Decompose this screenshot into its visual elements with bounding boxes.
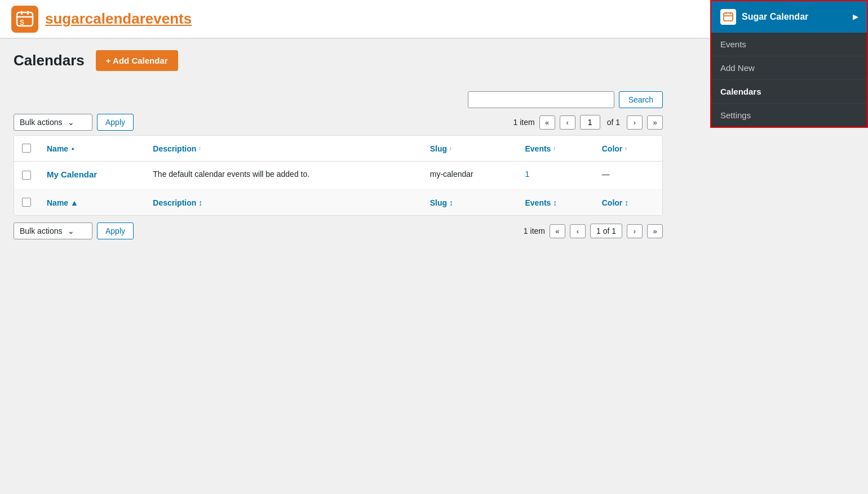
tfh-slug-label: Slug	[430, 198, 447, 207]
row-name-link[interactable]: My Calendar	[47, 170, 97, 179]
th-name: Name ▲	[39, 136, 145, 162]
last-page-btn-bottom[interactable]: »	[647, 224, 663, 238]
sort-description-icon: ↕	[198, 146, 201, 151]
nav-logo-icon	[720, 9, 736, 25]
bulk-actions-dropdown-top[interactable]: Bulk actions ⌄	[14, 114, 92, 131]
nav-dropdown-header[interactable]: Sugar Calendar ▶	[711, 1, 867, 33]
row-events-link[interactable]: 1	[525, 170, 529, 179]
search-button[interactable]: Search	[619, 91, 663, 108]
sort-color-bottom[interactable]: Color ↕	[602, 198, 628, 207]
table-body: My Calendar The default calendar events …	[14, 162, 662, 216]
svg-rect-1	[21, 11, 23, 15]
th-color-label: Color	[602, 144, 623, 153]
apply-button-bottom[interactable]: Apply	[97, 222, 134, 239]
sort-color[interactable]: Color ↕	[602, 144, 627, 153]
sort-events[interactable]: Events ↕	[525, 144, 555, 153]
bulk-actions-label-top: Bulk actions	[20, 118, 62, 127]
th-name-label: Name	[47, 144, 68, 153]
sort-color-icon: ↕	[625, 146, 627, 151]
sort-name-bottom-icon: ▲	[70, 198, 78, 207]
tfh-color-label: Color	[602, 198, 623, 207]
sort-slug-bottom[interactable]: Slug ↕	[430, 198, 453, 207]
tfh-description: Description ↕	[145, 190, 422, 216]
nav-dropdown-title: Sugar Calendar	[742, 12, 808, 22]
th-events: Events ↕	[517, 136, 594, 162]
sort-color-bottom-icon: ↕	[625, 198, 628, 207]
sort-slug-bottom-icon: ↕	[449, 198, 453, 207]
calendars-table-wrap: Name ▲ Description ↕ Slu	[14, 135, 663, 216]
next-page-btn-bottom[interactable]: ›	[627, 224, 643, 238]
th-slug-label: Slug	[430, 144, 447, 153]
tfh-checkbox	[14, 190, 39, 216]
add-calendar-button[interactable]: + Add Calendar	[96, 50, 178, 71]
th-events-label: Events	[525, 144, 551, 153]
page-content: Calendars + Add Calendar Search Bulk act…	[0, 39, 676, 260]
search-input[interactable]	[468, 91, 614, 108]
sort-description-bottom-icon: ↕	[198, 198, 202, 207]
item-count-bottom: 1 item	[524, 226, 545, 235]
toolbar-left-bottom: Bulk actions ⌄ Apply	[14, 222, 134, 239]
logo-icon: S	[11, 6, 38, 33]
svg-rect-7	[726, 12, 727, 15]
row-color-value: —	[602, 170, 610, 179]
page-of-top: of 1	[607, 118, 620, 127]
th-slug: Slug ↕	[422, 136, 517, 162]
tfh-slug: Slug ↕	[422, 190, 517, 216]
top-toolbar: Bulk actions ⌄ Apply 1 item « ‹ of 1 › »	[14, 114, 663, 131]
first-page-btn-bottom[interactable]: «	[550, 224, 565, 238]
logo-text: sugarcalendarevents	[45, 10, 192, 28]
prev-page-btn-bottom[interactable]: ‹	[570, 224, 586, 238]
logo-text-main: sugarcalendar	[45, 10, 145, 27]
calendars-table: Name ▲ Description ↕ Slu	[14, 136, 662, 215]
row-slug-cell: my-calendar	[422, 162, 517, 190]
sort-name-bottom[interactable]: Name ▲	[47, 198, 78, 207]
sort-events-bottom[interactable]: Events ↕	[525, 198, 557, 207]
page-label-bottom: 1 of 1	[590, 224, 622, 238]
next-page-btn-top[interactable]: ›	[627, 115, 643, 130]
nav-item-events[interactable]: Events	[711, 33, 867, 56]
row-events-cell: 1	[517, 162, 594, 190]
bulk-actions-chevron-top: ⌄	[68, 118, 74, 127]
logo-area: S sugarcalendarevents	[11, 6, 192, 33]
prev-page-btn-top[interactable]: ‹	[560, 115, 575, 130]
tfh-events: Events ↕	[517, 190, 594, 216]
apply-button-top[interactable]: Apply	[97, 114, 134, 131]
nav-item-settings[interactable]: Settings	[711, 104, 867, 127]
table-header-row: Name ▲ Description ↕ Slu	[14, 136, 662, 162]
row-description: The default calendar events will be adde…	[153, 170, 309, 179]
page-number-input-top[interactable]	[580, 115, 600, 130]
item-count-top: 1 item	[513, 118, 535, 127]
row-checkbox[interactable]	[22, 171, 31, 180]
table-footer-header-row: Name ▲ Description ↕ Slu	[14, 190, 662, 216]
th-description-label: Description	[153, 144, 196, 153]
tfh-description-label: Description	[153, 198, 196, 207]
sort-slug[interactable]: Slug ↕	[430, 144, 451, 153]
sort-description-bottom[interactable]: Description ↕	[153, 198, 202, 207]
select-all-checkbox[interactable]	[22, 144, 31, 153]
sort-events-icon: ↕	[553, 146, 555, 151]
sort-slug-icon: ↕	[449, 146, 451, 151]
sort-description[interactable]: Description ↕	[153, 144, 201, 153]
page-title-row: Calendars + Add Calendar	[14, 50, 663, 71]
table-row: My Calendar The default calendar events …	[14, 162, 662, 190]
first-page-btn-top[interactable]: «	[539, 115, 555, 130]
th-checkbox	[14, 136, 39, 162]
th-color: Color ↕	[594, 136, 662, 162]
nav-item-calendars[interactable]: Calendars	[711, 80, 867, 104]
bulk-actions-label-bottom: Bulk actions	[20, 226, 62, 235]
row-checkbox-cell	[14, 162, 39, 190]
nav-arrow-icon: ▶	[853, 13, 858, 21]
logo-text-events: events	[145, 10, 192, 27]
row-description-cell: The default calendar events will be adde…	[145, 162, 422, 190]
row-name-cell: My Calendar	[39, 162, 145, 190]
tfh-name-label: Name	[47, 198, 68, 207]
nav-dropdown: Sugar Calendar ▶ Events Add New Calendar…	[710, 0, 868, 128]
toolbar-left-top: Bulk actions ⌄ Apply	[14, 114, 134, 131]
row-checkbox-bottom[interactable]	[22, 198, 31, 207]
sort-name[interactable]: Name ▲	[47, 144, 75, 153]
svg-rect-2	[27, 11, 29, 15]
nav-item-add-new[interactable]: Add New	[711, 56, 867, 80]
bulk-actions-dropdown-bottom[interactable]: Bulk actions ⌄	[14, 222, 92, 239]
last-page-btn-top[interactable]: »	[647, 115, 663, 130]
svg-rect-5	[724, 13, 733, 21]
